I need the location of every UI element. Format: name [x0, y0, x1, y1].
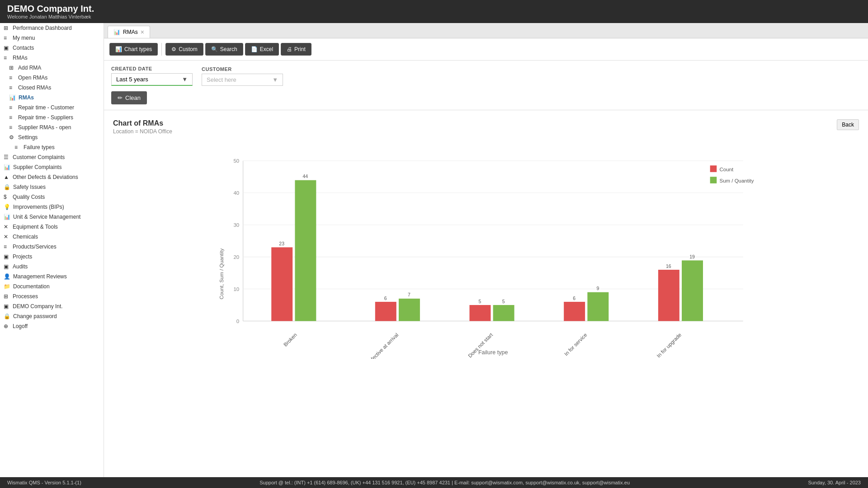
- sidebar-item-documentation[interactable]: 📁Documentation: [0, 282, 104, 291]
- sidebar-label-equipment-tools: Equipment & Tools: [13, 224, 58, 230]
- filter-row: CREATED DATE Last 5 years ▼ CUSTOMER Sel…: [111, 66, 861, 86]
- legend-count-label: Count: [720, 167, 734, 172]
- sidebar-item-rmas[interactable]: ≡RMAs: [0, 53, 104, 63]
- bar-broken-count: [271, 247, 292, 321]
- welcome-text: Welcome Jonatan Matthias Vinterbæk: [7, 14, 861, 19]
- legend-count-box: [710, 165, 717, 172]
- svg-text:Defective at arrival: Defective at arrival: [365, 332, 400, 359]
- svg-text:20: 20: [233, 254, 239, 260]
- customer-select[interactable]: Select here ▼: [202, 74, 283, 86]
- footer-date: Sunday, 30. April - 2023: [808, 480, 861, 485]
- clean-button[interactable]: ✏ Clean: [111, 91, 147, 104]
- tab-rmas[interactable]: 📊 RMAs ×: [108, 26, 150, 38]
- svg-text:0: 0: [236, 319, 239, 324]
- sidebar-label-management-reviews: Management Reviews: [13, 273, 67, 280]
- sidebar-label-customer-complaints: Customer Complaints: [13, 154, 65, 160]
- customer-chevron-icon: ▼: [272, 76, 278, 83]
- sidebar-item-closed-rmas[interactable]: ≡Closed RMAs: [0, 83, 104, 93]
- svg-text:30: 30: [233, 222, 239, 228]
- tab-chart-icon: 📊: [113, 29, 120, 35]
- sidebar-item-projects[interactable]: ▣Projects: [0, 252, 104, 262]
- sidebar-icon-other-defects: ▲: [4, 174, 10, 180]
- custom-label: Custom: [179, 46, 197, 52]
- topbar: DEMO Company Int. Welcome Jonatan Matthi…: [0, 0, 868, 23]
- sidebar-item-performance-dashboard[interactable]: ⊞Performance Dashboard: [0, 23, 104, 33]
- print-button[interactable]: 🖨 Print: [281, 43, 311, 56]
- sidebar-item-supplier-complaints[interactable]: 📊Supplier Complaints: [0, 162, 104, 172]
- sidebar-label-projects: Projects: [13, 253, 32, 260]
- sidebar-label-quality-costs: Quality Costs: [13, 194, 45, 200]
- sidebar-icon-supplier-complaints: 📊: [4, 164, 10, 170]
- sidebar-item-products-services[interactable]: ≡Products/Services: [0, 242, 104, 252]
- sidebar-label-supplier-complaints: Supplier Complaints: [13, 164, 61, 170]
- excel-button[interactable]: 📄 Excel: [245, 43, 279, 56]
- sidebar-icon-audits: ▣: [4, 263, 10, 270]
- bar-inforupgrade-sum: [682, 260, 703, 321]
- sidebar-item-processes[interactable]: ⊞Processes: [0, 291, 104, 301]
- sidebar-item-improvements[interactable]: 💡Improvements (BIPs): [0, 202, 104, 212]
- sidebar-icon-settings: ⚙: [9, 134, 15, 141]
- customer-label: CUSTOMER: [202, 66, 283, 72]
- sidebar-item-safety-issues[interactable]: 🔒Safety Issues: [0, 182, 104, 192]
- sidebar-label-audits: Audits: [13, 263, 28, 270]
- svg-text:Broken: Broken: [283, 332, 298, 347]
- sidebar-item-demo-company[interactable]: ▣DEMO Company Int.: [0, 301, 104, 311]
- sidebar-icon-logoff: ⊕: [4, 323, 10, 329]
- sidebar-icon-documentation: 📁: [4, 283, 10, 290]
- sidebar-icon-improvements: 💡: [4, 204, 10, 210]
- sidebar-item-my-menu[interactable]: ≡My menu: [0, 33, 104, 43]
- date-chevron-icon: ▼: [182, 76, 188, 83]
- sidebar-label-documentation: Documentation: [13, 283, 50, 290]
- sidebar-item-contacts[interactable]: ▣Contacts: [0, 43, 104, 53]
- bar-broken-sum: [295, 180, 316, 321]
- date-select[interactable]: Last 5 years ▼: [111, 73, 193, 86]
- svg-text:40: 40: [233, 190, 239, 196]
- sidebar-item-equipment-tools[interactable]: ✕Equipment & Tools: [0, 222, 104, 232]
- svg-text:10: 10: [233, 286, 239, 292]
- sidebar-item-audits[interactable]: ▣Audits: [0, 262, 104, 272]
- sidebar-icon-my-menu: ≡: [4, 35, 10, 41]
- bar-defective-sum: [399, 299, 420, 321]
- sidebar-item-repair-time-customer[interactable]: ≡Repair time - Customer: [0, 103, 104, 113]
- legend-sum-label: Sum / Quantity: [720, 178, 754, 183]
- sidebar-item-chemicals[interactable]: ✕Chemicals: [0, 232, 104, 242]
- chart-types-label: Chart types: [124, 46, 152, 52]
- sidebar-icon-failure-types: ≡: [14, 144, 21, 150]
- sidebar-item-change-password[interactable]: 🔒Change password: [0, 311, 104, 321]
- sidebar-item-failure-types[interactable]: ≡Failure types: [0, 142, 104, 152]
- svg-text:9: 9: [596, 286, 599, 291]
- sidebar-item-logoff[interactable]: ⊕Logoff: [0, 321, 104, 331]
- back-button[interactable]: Back: [837, 119, 859, 130]
- sidebar-icon-management-reviews: 👤: [4, 273, 10, 280]
- sidebar-item-open-rmas[interactable]: ≡Open RMAs: [0, 73, 104, 83]
- sidebar-item-repair-time-suppliers[interactable]: ≡Repair time - Suppliers: [0, 113, 104, 122]
- sidebar-item-add-rma[interactable]: ⊞Add RMA: [0, 63, 104, 73]
- bar-chart: Count, Sum / Quantity 50 40 30 20 10: [113, 142, 859, 359]
- sidebar-item-quality-costs[interactable]: $Quality Costs: [0, 192, 104, 202]
- sidebar-item-unit-service[interactable]: 📊Unit & Service Management: [0, 212, 104, 222]
- sidebar-item-rmas-active[interactable]: 📊RMAs: [0, 93, 104, 103]
- sidebar-icon-rmas: ≡: [4, 55, 10, 61]
- chart-types-button[interactable]: 📊 Chart types: [109, 43, 158, 56]
- sidebar-label-change-password: Change password: [13, 313, 57, 319]
- svg-text:19: 19: [689, 254, 695, 259]
- x-axis-label: Failure type: [478, 349, 508, 356]
- main-layout: ⊞Performance Dashboard≡My menu▣Contacts≡…: [0, 23, 868, 477]
- sidebar-label-rmas: RMAs: [13, 55, 28, 61]
- sidebar-icon-performance-dashboard: ⊞: [4, 25, 10, 31]
- search-button[interactable]: 🔍 Search: [205, 43, 243, 56]
- sidebar-icon-customer-complaints: ☰: [4, 154, 10, 160]
- search-label: Search: [220, 46, 237, 52]
- sidebar-item-settings[interactable]: ⚙Settings: [0, 132, 104, 142]
- sidebar-icon-closed-rmas: ≡: [9, 84, 15, 91]
- sidebar-item-other-defects[interactable]: ▲Other Defects & Deviations: [0, 172, 104, 182]
- tab-close-button[interactable]: ×: [141, 28, 144, 36]
- bar-inforservice-sum: [587, 292, 609, 321]
- sidebar-item-management-reviews[interactable]: 👤Management Reviews: [0, 272, 104, 282]
- filter-area: CREATED DATE Last 5 years ▼ CUSTOMER Sel…: [104, 61, 868, 110]
- custom-button[interactable]: ⚙ Custom: [165, 43, 203, 56]
- sidebar-label-logoff: Logoff: [13, 323, 28, 329]
- sidebar-item-customer-complaints[interactable]: ☰Customer Complaints: [0, 152, 104, 162]
- svg-text:6: 6: [384, 296, 387, 301]
- sidebar-item-supplier-rmas-open[interactable]: ≡Supplier RMAs - open: [0, 122, 104, 132]
